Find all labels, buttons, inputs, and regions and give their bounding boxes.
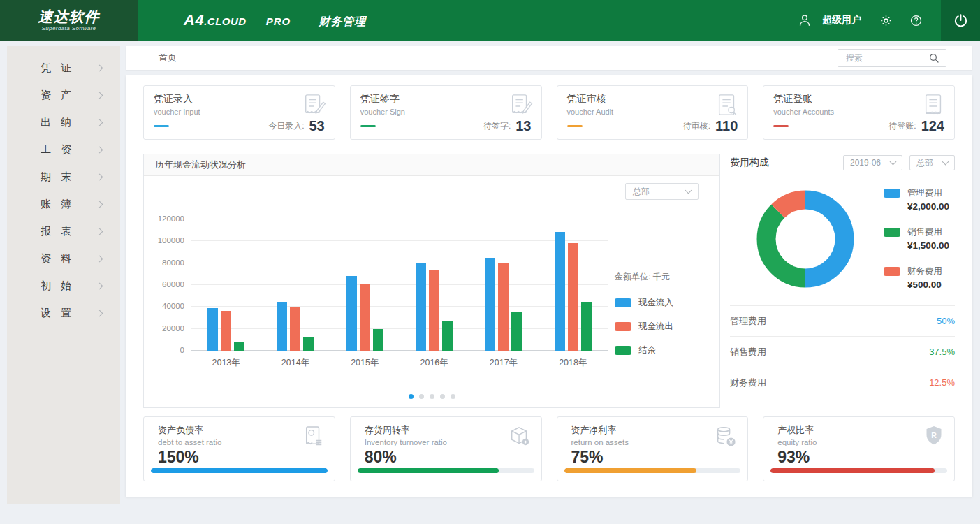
chevron-right-icon: [96, 256, 103, 263]
expense-header: 费用构成 2019-06 总部: [730, 155, 955, 170]
expense-rows: 管理费用 50% 销售费用 37.5% 财务费用 12.5%: [730, 305, 955, 398]
voucher-audit-card[interactable]: 凭证审核 voucher Audit 待审核: 110: [557, 85, 749, 140]
kpi-card-row: 资产负债率 debt to asset ratio 150% 存货周转率 Inv…: [143, 416, 955, 481]
breadcrumb-home[interactable]: 首页: [159, 52, 177, 64]
pagination-dot[interactable]: [440, 394, 445, 399]
settings-button[interactable]: [879, 14, 893, 27]
sidebar-item-assets[interactable]: 资 产: [7, 82, 120, 109]
sidebar-item-voucher[interactable]: 凭 证: [7, 54, 120, 82]
bar-结余: [511, 312, 522, 351]
branch-select-2[interactable]: 总部: [909, 155, 955, 170]
expense-row-sales: 销售费用 37.5%: [730, 336, 955, 367]
stat-label: 待登账:: [888, 120, 916, 132]
stat-value: 13: [515, 119, 531, 133]
svg-text:R: R: [931, 431, 937, 439]
card-stat-row: 待签字: 13: [360, 119, 532, 133]
sidebar-item-initial[interactable]: 初 始: [7, 272, 120, 300]
bar-现金流入: [346, 276, 357, 351]
sidebar-item-account-books[interactable]: 账 簿: [7, 191, 120, 218]
chevron-down-icon: [685, 187, 692, 194]
logo-subtitle: Superdata Software: [42, 25, 96, 31]
expense-filters: 2019-06 总部: [843, 155, 955, 170]
x-axis-label: 2013年: [191, 357, 261, 369]
bar-plot: 120000100000800006000040000200000: [191, 219, 608, 351]
chevron-down-icon: [942, 159, 949, 166]
bar-结余: [303, 337, 314, 351]
y-axis-tick-label: 40000: [162, 302, 184, 310]
card-title: 凭证签字: [360, 93, 532, 105]
progress-fill: [770, 468, 935, 473]
bar-现金流出: [568, 243, 578, 351]
sidebar-item-label: 资 产: [41, 89, 75, 102]
x-axis-label: 2018年: [539, 357, 608, 369]
power-icon: [953, 13, 969, 29]
logout-button[interactable]: [941, 0, 980, 41]
donut-legend-item: 管理费用 ¥2,000.00: [884, 187, 949, 212]
search-box: [838, 49, 946, 67]
help-button[interactable]: [909, 14, 923, 27]
plot-wrap: 120000100000800006000040000200000 2013年2…: [155, 176, 615, 407]
sidebar-item-payroll[interactable]: 工 资: [7, 136, 120, 163]
legend-swatch: [615, 322, 631, 331]
kpi-title: 存货周转率: [365, 424, 533, 437]
pagination-dot[interactable]: [419, 394, 424, 399]
kpi-title: 产权比率: [777, 424, 946, 437]
help-icon: [909, 14, 923, 27]
sidebar-item-period-end[interactable]: 期 末: [7, 163, 120, 191]
progress-track: [564, 468, 741, 473]
x-axis-labels: 2013年2014年2015年2016年2017年2018年: [191, 357, 608, 369]
pagination-dot[interactable]: [409, 394, 414, 399]
branch-select[interactable]: 总部: [625, 183, 699, 200]
chevron-right-icon: [96, 174, 103, 181]
legend-label: 销售费用: [907, 226, 942, 238]
card-stat-row: 待登账: 124: [773, 119, 944, 133]
voucher-sign-card[interactable]: 凭证签字 voucher Sign 待签字: 13: [350, 85, 542, 140]
user-button[interactable]: [797, 13, 812, 28]
donut-legend-item: 销售费用 ¥1,500.00: [884, 226, 949, 251]
bar-group-2013年: [191, 219, 261, 351]
accent-dash: [360, 125, 376, 127]
x-axis-label: 2014年: [261, 357, 330, 369]
x-axis-label: 2017年: [469, 357, 538, 369]
document-search-icon: [715, 92, 739, 119]
kpi-value: 80%: [365, 449, 533, 465]
bar-现金流入: [555, 232, 565, 351]
donut-legend: 管理费用 ¥2,000.00 销售费用 ¥1,500.00 财务费用 ¥500.…: [884, 187, 949, 290]
legend-swatch: [884, 189, 900, 198]
sidebar-item-settings[interactable]: 设 置: [7, 300, 120, 327]
header-actions: 超级用户: [797, 0, 980, 41]
search-icon[interactable]: [928, 52, 939, 64]
bar-结余: [234, 342, 244, 351]
kpi-return-on-assets-card: 资产净利率 return on assets 75%: [557, 416, 749, 481]
product-name: A4: [184, 11, 204, 29]
pagination-dot[interactable]: [430, 394, 434, 399]
expense-row-admin: 管理费用 50%: [730, 305, 955, 336]
expense-row-finance: 财务费用 12.5%: [730, 367, 955, 398]
pagination-dot[interactable]: [451, 394, 455, 399]
progress-track: [358, 468, 534, 473]
sidebar-item-data[interactable]: 资 料: [7, 245, 120, 272]
legend-swatch: [884, 267, 900, 276]
kpi-value: 150%: [158, 449, 326, 465]
gear-icon: [879, 14, 893, 27]
voucher-card-row: 凭证录入 voucher Input 今日录入: 53 凭证签字 voucher…: [143, 85, 955, 140]
bar-现金流入: [277, 302, 287, 351]
expense-row-percent: 37.5%: [929, 347, 955, 357]
sidebar-item-label: 初 始: [41, 279, 75, 293]
search-input[interactable]: [844, 52, 928, 64]
branch-select-value: 总部: [633, 186, 650, 198]
chevron-right-icon: [96, 147, 103, 154]
sidebar-item-cashier[interactable]: 出 纳: [7, 109, 120, 136]
voucher-input-card[interactable]: 凭证录入 voucher Input 今日录入: 53: [143, 85, 335, 140]
voucher-accounts-card[interactable]: 凭证登账 voucher Accounts 待登账: 124: [763, 85, 955, 140]
month-select[interactable]: 2019-06: [843, 155, 902, 170]
stat-value: 110: [715, 119, 738, 133]
sidebar-item-reports[interactable]: 报 表: [7, 218, 120, 245]
chart-title: 历年现金流动状况分析: [144, 154, 719, 176]
legend-label: 财务费用: [907, 265, 942, 277]
chart-body: 总部 120000100000800006000040000200000 201…: [144, 176, 719, 407]
username-label[interactable]: 超级用户: [822, 14, 861, 27]
app-logo: 速达软件 Superdata Software: [0, 0, 138, 41]
chevron-down-icon: [890, 159, 897, 166]
unit-note: 金额单位: 千元: [615, 271, 719, 283]
